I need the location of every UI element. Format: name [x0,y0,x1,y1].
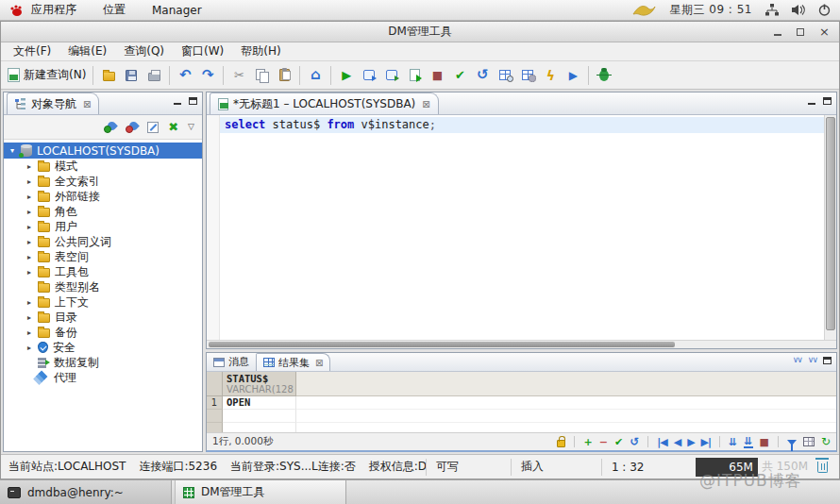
network-icon[interactable] [765,4,779,16]
desktop-menu-item[interactable]: 位置 [103,2,126,18]
expand-arrow-icon[interactable]: ▸ [25,177,33,186]
sql-editor[interactable]: select status$ from v$instance; [220,115,824,340]
tree-item[interactable]: ▸ 工具包 [4,264,202,279]
tree-item[interactable]: ▸ 目录 [4,310,202,325]
menu-item[interactable]: 文件(F) [5,43,59,59]
menu-item[interactable]: 编辑(E) [59,43,115,59]
cut-button[interactable]: ✂ [227,64,250,87]
table-row[interactable]: 1 OPEN [207,396,836,410]
stop-button[interactable]: ■ [426,64,448,87]
add-row-icon[interactable]: + [583,437,592,447]
expand-arrow-icon[interactable]: ▸ [25,238,33,246]
close-tab-icon[interactable]: ⊠ [422,99,429,109]
tree-item[interactable]: ▸ 数据复制 [4,355,202,370]
refresh-icon[interactable]: ↻ [821,436,831,447]
expand-arrow-icon[interactable]: ▸ [25,344,33,352]
rollback-button[interactable]: ↺ [471,64,494,87]
expand-arrow-icon[interactable]: ▸ [25,223,33,231]
messages-tab[interactable]: 消息 [207,353,256,371]
fetch-all-icon[interactable]: ⇊ [744,436,752,448]
stop-fetch-icon[interactable]: ■ [760,437,769,447]
delete-row-icon[interactable]: − [599,437,608,447]
redo-button[interactable]: ↷ [196,64,219,87]
window-close-button[interactable]: × [819,25,830,38]
power-icon[interactable] [818,4,831,16]
volume-icon[interactable] [792,4,805,16]
tree-item[interactable]: ▸ 模式 [4,159,202,174]
menu-item[interactable]: 窗口(W) [173,43,232,59]
grid-corner-cell[interactable] [207,372,223,396]
first-row-icon[interactable]: |◀ [657,437,666,447]
table-properties-button[interactable] [516,64,539,87]
row-number[interactable]: 1 [207,396,223,410]
expand-arrow-icon[interactable]: ▸ [25,313,33,322]
window-maximize-button[interactable] [797,28,804,36]
minimize-view-icon[interactable] [808,103,815,105]
open-button[interactable] [97,64,120,87]
garbage-collect-icon[interactable] [817,462,828,473]
desktop-menu-item[interactable]: 应用程序 [31,2,76,18]
last-row-icon[interactable]: ▶| [701,437,711,447]
expand-arrow-icon[interactable]: ▸ [25,208,33,216]
taskbar-terminal-button[interactable]: dmdba@henry:~ [0,480,172,504]
restore-view-icon[interactable]: ∨∨ [808,356,816,364]
maximize-view-icon[interactable] [823,357,832,364]
tree-item[interactable]: ▸ 角色 [4,204,202,219]
apply-icon[interactable]: ✔ [614,437,623,447]
tree-item[interactable]: ▸ 用户 [4,219,202,234]
export-grid-icon[interactable] [803,437,815,446]
tree-item[interactable]: ▸ 类型别名 [4,279,202,294]
tree-item[interactable]: ▸ 上下文 [4,294,202,310]
execute-row-button[interactable] [358,64,380,87]
assistant-logo-icon[interactable] [631,3,656,18]
navigator-tab[interactable]: 对象导航 ⊠ [7,92,99,114]
print-button[interactable] [143,64,165,87]
view-menu-icon[interactable]: ▽ [188,123,194,131]
expand-arrow-icon[interactable]: ▸ [25,328,33,337]
tree-item[interactable]: ▸ 安全 [4,340,202,355]
connect-icon[interactable] [104,122,116,133]
editor-tab[interactable]: *无标题1 – LOCALHOST(SYSDBA) ⊠ [210,92,439,114]
resultset-tab[interactable]: 结果集 ⊠ [256,353,330,371]
browse-table-button[interactable] [494,64,516,87]
next-row-icon[interactable]: ▶ [687,437,694,447]
close-tab-icon[interactable]: ⊠ [83,99,91,109]
expand-arrow-icon[interactable]: ▸ [25,253,33,261]
previous-row-icon[interactable]: ◀ [674,437,680,447]
minimize-view-icon[interactable]: ∨∨ [793,356,801,364]
tree-item[interactable]: ▸ 全文索引 [4,174,202,189]
tree-item[interactable]: ▸ 表空间 [4,249,202,264]
execute-button[interactable]: ▶ [335,64,358,87]
maximize-view-icon[interactable] [189,97,197,105]
menu-item[interactable]: 查询(Q) [115,43,173,59]
new-query-button[interactable]: 新建查询(N) [5,64,89,87]
commit-button[interactable]: ✔ [448,64,471,87]
window-titlebar[interactable]: DM管理工具 × [1,22,839,42]
minimize-view-icon[interactable] [174,103,181,105]
expand-arrow-icon[interactable]: ▸ [25,298,33,307]
sql-line-1[interactable]: select status$ from v$instance; [220,117,824,133]
undo-button[interactable]: ↶ [174,64,196,87]
tree-item[interactable]: ▸ 外部链接 [4,189,202,204]
debug-button[interactable] [593,64,615,87]
desktop-menu-item[interactable]: Manager [152,4,202,17]
tree-item[interactable]: ▸ 代理 [4,370,202,385]
tree-item[interactable]: ▸ 公共同义词 [4,234,202,249]
clock[interactable]: 星期三 09 : 51 [669,2,752,18]
close-tab-icon[interactable]: ⊠ [315,358,323,368]
editor-horizontal-scrollbar[interactable] [207,340,836,348]
fetch-more-icon[interactable]: ⇊ [729,437,737,447]
explain-plan-button[interactable]: ▶ [562,64,584,87]
maximize-view-icon[interactable] [823,97,832,105]
home-button[interactable]: ⌂ [304,64,327,87]
execute-script-button[interactable] [403,64,426,87]
disconnect-icon[interactable] [126,122,138,133]
lock-icon[interactable] [557,440,565,447]
tree-item[interactable]: ▸ 备份 [4,325,202,340]
expand-arrow-icon[interactable]: ▸ [25,268,33,277]
window-minimize-button[interactable] [774,34,781,36]
revert-icon[interactable]: ↺ [630,436,639,447]
step-button[interactable] [380,64,403,87]
scrollbar-thumb[interactable] [826,117,835,330]
tree-root-localhost[interactable]: ▾ LOCALHOST(SYSDBA) [4,143,202,159]
